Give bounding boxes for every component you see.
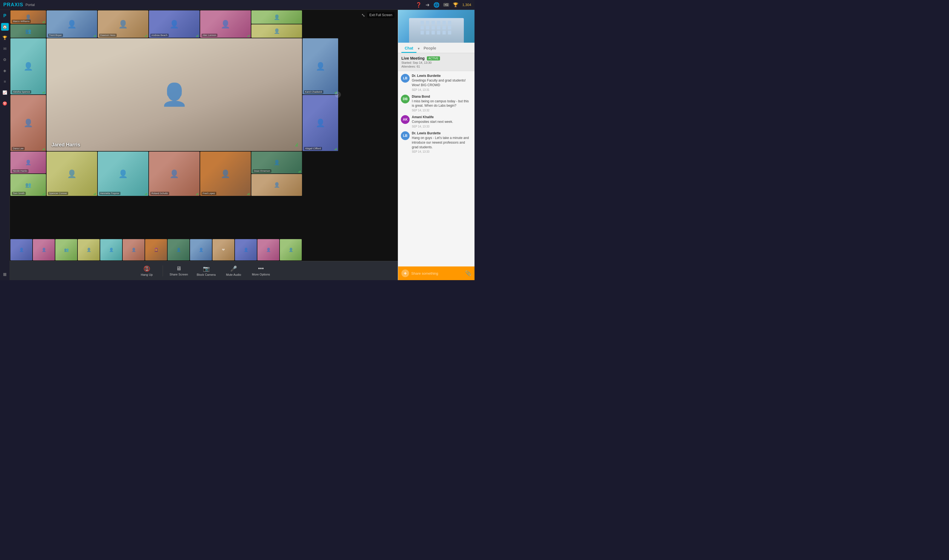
sidebar-item-list[interactable]: ≡	[1, 78, 9, 85]
signal-bars-aleisha	[42, 91, 45, 94]
globe-icon[interactable]: 🌐	[434, 2, 440, 8]
chat-dropdown-icon[interactable]: ▼	[417, 47, 420, 51]
video-cell-spencer[interactable]: 👤 Spencer Conner	[46, 152, 97, 196]
help-icon[interactable]: ❓	[416, 2, 422, 8]
list-item[interactable]: 🧕	[145, 239, 167, 260]
block-camera-button[interactable]: 📷 Block Camera	[193, 263, 220, 279]
participant-name-karol: Karol Chadwick	[304, 90, 323, 94]
building-shape	[409, 18, 464, 43]
video-cell-tom[interactable]: 👥 Tom Smith	[11, 174, 46, 196]
participant-name-nicole: Nicole Hanks	[12, 169, 28, 172]
mail-badge[interactable]: +1	[443, 3, 449, 6]
trophy-score: 1,304	[462, 3, 471, 7]
participant-name-spencer: Spencer Conner	[48, 192, 68, 195]
sidebar-item-trophy[interactable]: 🏆	[1, 34, 9, 42]
block-camera-label: Block Camera	[197, 273, 216, 276]
video-cell-right-bottom[interactable]: 👤	[252, 174, 302, 196]
portal-label: Portal	[25, 3, 35, 7]
video-cell-dana[interactable]: 👤 Dana Lee	[11, 95, 46, 151]
list-item[interactable]: 👤	[258, 239, 279, 260]
logout-icon[interactable]: ➜	[426, 2, 430, 8]
chat-input[interactable]	[411, 271, 463, 275]
signal-bars	[42, 21, 45, 23]
signal-bars-fred	[247, 193, 250, 195]
sidebar-item-chart[interactable]: 📈	[1, 89, 9, 96]
video-cell-marco-top[interactable]: 👤 Marco Williams	[11, 11, 46, 24]
video-cell-top-right-1[interactable]: 👤	[252, 11, 302, 24]
hang-up-icon: 📵	[144, 265, 150, 272]
signal-bars-abigail	[335, 148, 337, 150]
video-cell-abigail[interactable]: 👤 Abigail Clifford	[302, 95, 338, 151]
sidebar-item-settings[interactable]: ⚙	[1, 56, 9, 63]
main-layout: P 🏠 🏆 ✉ ⚙ ◈ ≡ 📈 ♈ ▦ ⤡ Exit Full Screen 👤	[0, 10, 474, 280]
chat-attach-icon[interactable]: 📎	[465, 270, 471, 276]
expand-panel-button[interactable]: ›	[335, 92, 341, 98]
video-cell-henrietta[interactable]: 👤 Henrietta Traynor	[98, 152, 148, 196]
participant-name-henrietta: Henrietta Traynor	[99, 192, 120, 195]
more-options-icon: •••	[258, 265, 264, 272]
video-cell-karol[interactable]: 👤 Karol Chadwick	[302, 38, 338, 94]
sidebar-item-tag[interactable]: ♈	[1, 100, 9, 107]
list-item[interactable]: 👤	[100, 239, 122, 260]
video-cell-andrew[interactable]: 👤 Andrew Beach	[149, 11, 200, 38]
video-cell-top-right-2[interactable]: 👤	[252, 25, 302, 38]
list-item[interactable]: 👤	[11, 239, 32, 260]
list-item[interactable]: 👤	[280, 239, 302, 260]
video-cell-roland[interactable]: 👤 Roland Schultz	[149, 152, 200, 196]
list-item[interactable]: 👤	[235, 239, 257, 260]
video-cell-alec[interactable]: 👤 Alec Lennon	[200, 11, 251, 38]
video-cell-nicole[interactable]: 👤 Nicole Hanks	[11, 152, 46, 174]
video-cell-dean[interactable]: 👤 Dean Emerson	[252, 152, 302, 174]
sidebar-item-network[interactable]: ◈	[1, 67, 9, 74]
signal-bars-dawson	[145, 35, 147, 37]
chat-text-3: Composites start next week.	[412, 120, 472, 124]
hang-up-button[interactable]: 📵 Hang Up	[133, 263, 160, 279]
video-controls: 📵 Hang Up 🖥 Share Screen 📷 Block Camera …	[10, 261, 398, 280]
chat-sender-1: Dr. Lewis Burdette	[412, 74, 472, 78]
video-area: ⤡ Exit Full Screen 👤 Marco Williams	[10, 10, 398, 280]
sidebar-item-mail[interactable]: ✉	[1, 45, 9, 52]
participant-name-aleisha: Aleisha Spence	[12, 90, 31, 94]
tab-people[interactable]: People	[420, 44, 440, 53]
chat-time-1: SEP 14, 13:31	[412, 88, 472, 91]
list-item[interactable]: ❤	[213, 239, 235, 260]
logo: PRAXIS	[3, 2, 23, 8]
sidebar-item-grid[interactable]: ▦	[1, 270, 9, 278]
signal-bars-tom	[42, 193, 45, 195]
chat-time-4: SEP 14, 13:33	[412, 150, 472, 153]
chat-content-4: Dr. Lewis Burdette Hang on guys - Let's …	[412, 131, 472, 153]
tab-chat[interactable]: Chat	[401, 44, 417, 53]
chat-add-button[interactable]: +	[401, 269, 409, 277]
chat-message-1: LB Dr. Lewis Burdette Greetings Faculty …	[401, 74, 472, 91]
meeting-started: Started: Sep 14, 13:30	[401, 61, 471, 64]
avatar-diana: DB	[401, 95, 410, 103]
chat-text-1: Greetings Faculty and grad students! Wow…	[412, 78, 472, 88]
video-cell-dawson[interactable]: 👤 Dawson Hess	[98, 11, 148, 38]
list-item[interactable]: 👤	[168, 239, 190, 260]
signal-bars-spencer	[94, 193, 96, 195]
chat-tabs: Chat ▼ People	[398, 43, 474, 53]
signal-bars-roland	[196, 193, 198, 195]
list-item[interactable]: 👤	[33, 239, 55, 260]
video-cell-aleisha[interactable]: 👤 Aleisha Spence	[11, 38, 46, 94]
video-cell-marco-bottom[interactable]: 👥	[11, 25, 46, 38]
right-panel: Chat ▼ People Live Meeting ACTIVE Starte…	[398, 10, 474, 280]
share-screen-button[interactable]: 🖥 Share Screen	[165, 263, 193, 279]
list-item[interactable]: 👥	[55, 239, 77, 260]
sidebar-item-home[interactable]: 🏠	[1, 23, 9, 31]
list-item[interactable]: 👤	[190, 239, 212, 260]
video-cell-fred[interactable]: 👤 Fred Lopez	[200, 152, 251, 196]
exit-fullscreen-button[interactable]: Exit Full Screen	[367, 12, 395, 18]
participant-name-alec: Alec Lennon	[202, 34, 218, 37]
avatar-amani: AK	[401, 115, 410, 124]
chat-content-3: Amani Khalife Composites start next week…	[412, 115, 472, 128]
mute-audio-button[interactable]: 🎤 Mute Audio	[220, 263, 247, 279]
list-item[interactable]: 👤	[123, 239, 145, 260]
video-cell-main-speaker[interactable]: 👤 Jared Harris	[46, 38, 302, 151]
participant-name-dawson: Dawson Hess	[99, 34, 117, 37]
signal-bars-andrew	[196, 35, 198, 37]
sidebar-item-p[interactable]: P	[1, 12, 9, 20]
more-options-button[interactable]: ••• More Options	[247, 263, 275, 279]
video-cell-trent[interactable]: 👤 Trent Boyer	[46, 11, 97, 38]
list-item[interactable]: 👤	[78, 239, 100, 260]
